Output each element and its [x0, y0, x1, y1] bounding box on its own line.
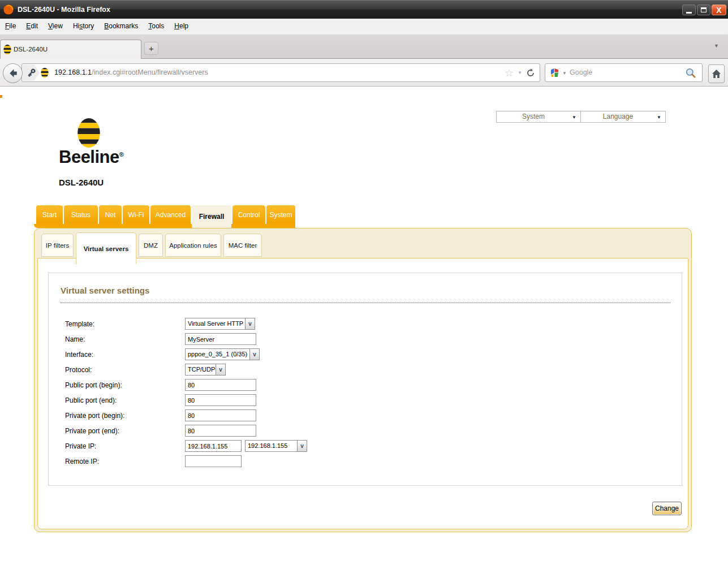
system-dropdown[interactable]: System ▼: [496, 111, 581, 123]
form-row-protocol: Protocol:TCP/UDPv: [65, 362, 307, 377]
minimize-icon: [686, 12, 692, 14]
close-button[interactable]: X: [712, 5, 726, 15]
search-placeholder: Google: [570, 64, 592, 81]
form-label-private-port-begin: Private port (begin):: [65, 412, 185, 420]
window-titlebar: DSL-2640U - Mozilla Firefox X: [0, 0, 728, 19]
home-icon: [712, 69, 721, 79]
private-port-end-input[interactable]: [185, 425, 256, 437]
sub-tab-virtual-servers[interactable]: Virtual servers: [76, 232, 136, 264]
restore-icon: [701, 7, 707, 12]
private-port-begin-input[interactable]: [185, 409, 256, 421]
url-text: 192.168.1.1/index.cgi#rootMenu/firewall/…: [54, 64, 208, 81]
main-tab-firewall[interactable]: Firewall: [192, 205, 231, 228]
private-ip-input[interactable]: [185, 440, 242, 452]
language-dropdown[interactable]: Language ▼: [581, 111, 666, 123]
menu-help[interactable]: Help: [169, 19, 193, 34]
form-row-name: Name:: [65, 331, 307, 347]
new-tab-button[interactable]: +: [144, 42, 158, 55]
sub-tab-ip-filters[interactable]: IP filters: [41, 234, 74, 257]
form-label-protocol: Protocol:: [65, 366, 185, 374]
main-tab-wi-fi[interactable]: Wi-Fi: [123, 205, 149, 224]
menu-history[interactable]: History: [68, 19, 99, 34]
menu-view[interactable]: View: [43, 19, 68, 34]
sub-tab-application-rules[interactable]: Application rules: [165, 234, 221, 257]
window-title: DSL-2640U - Mozilla Firefox: [18, 1, 110, 19]
back-button[interactable]: [3, 63, 23, 83]
form-rows: Template:Virtual Server HTTPvName:Interf…: [65, 316, 307, 469]
form-label-remote-ip: Remote IP:: [65, 458, 185, 465]
home-button[interactable]: [708, 64, 725, 83]
reload-icon[interactable]: [526, 68, 535, 77]
browser-tab[interactable]: DSL-2640U: [0, 40, 141, 59]
change-button[interactable]: Change: [652, 502, 682, 515]
back-arrow-icon: [7, 67, 19, 79]
form-label-private-ip: Private IP:: [65, 442, 185, 450]
form-row-public-port-end: Public port (end):: [65, 393, 307, 408]
search-magnifier-icon[interactable]: [685, 67, 696, 79]
settings-panel: IP filtersVirtual serversDMZApplication …: [34, 228, 692, 532]
interface-select[interactable]: pppoe_0_35_1 (0/35)v: [185, 348, 260, 360]
public-port-end-input[interactable]: [185, 394, 256, 406]
beeline-favicon: [3, 44, 11, 55]
form-label-private-port-end: Private port (end):: [65, 427, 185, 435]
form-row-private-port-begin: Private port (begin):: [65, 408, 307, 423]
select-arrow-icon: v: [297, 441, 307, 451]
sub-tab-dmz[interactable]: DMZ: [139, 234, 163, 257]
url-dropdown-icon[interactable]: ▼: [518, 70, 522, 75]
main-tab-advanced[interactable]: Advanced: [150, 205, 191, 224]
main-tab-net[interactable]: Net: [99, 205, 122, 224]
form-row-template: Template:Virtual Server HTTPv: [65, 316, 307, 331]
left-edge-mark: [0, 95, 2, 98]
form-label-interface: Interface:: [65, 351, 185, 359]
section-divider: [61, 303, 670, 303]
select-arrow-icon: v: [245, 318, 255, 329]
site-identity-chip[interactable]: [23, 64, 40, 81]
beeline-logo: [77, 118, 101, 148]
google-logo-icon[interactable]: [550, 68, 559, 77]
form-label-name: Name:: [65, 335, 185, 343]
chevron-down-icon: ▼: [657, 115, 661, 120]
protocol-select[interactable]: TCP/UDPv: [185, 364, 226, 376]
form-row-remote-ip: Remote IP:: [65, 454, 307, 469]
virtual-server-form: Virtual server settings Template:Virtual…: [48, 273, 682, 486]
list-tabs-arrow-icon[interactable]: ▼: [714, 43, 719, 49]
select-arrow-icon: v: [216, 364, 225, 375]
minimize-button[interactable]: [682, 5, 696, 15]
form-label-public-port-end: Public port (end):: [65, 396, 185, 404]
public-port-begin-input[interactable]: [185, 379, 256, 391]
bookmark-star-icon[interactable]: ☆: [505, 67, 514, 79]
private-ip-select[interactable]: 192.168.1.155v: [245, 440, 307, 452]
main-tab-start[interactable]: Start: [36, 205, 63, 224]
page-content: System ▼ Language ▼ Beeline® DSL-2640U S…: [0, 87, 728, 565]
template-select[interactable]: Virtual Server HTTPv: [185, 318, 255, 330]
section-title: Virtual server settings: [61, 286, 149, 295]
device-model: DSL-2640U: [59, 178, 104, 187]
search-engine-dropdown-icon[interactable]: ▼: [562, 71, 567, 76]
brand-wordmark: Beeline®: [59, 147, 123, 167]
search-bar[interactable]: ▼ Google: [545, 63, 703, 82]
menu-bar: FileEditViewHistoryBookmarksToolsHelp: [0, 19, 728, 34]
main-tab-system[interactable]: System: [266, 205, 295, 224]
form-row-private-ip: Private IP:192.168.1.155v: [65, 438, 307, 454]
menu-tools[interactable]: Tools: [143, 19, 169, 34]
key-icon: [26, 68, 36, 78]
menu-edit[interactable]: Edit: [21, 19, 43, 34]
restore-button[interactable]: [697, 5, 710, 15]
url-bar[interactable]: 192.168.1.1/index.cgi#rootMenu/firewall/…: [21, 63, 540, 82]
main-tab-control[interactable]: Control: [232, 205, 265, 224]
tab-strip: DSL-2640U + ▼: [0, 34, 728, 58]
menu-file[interactable]: File: [0, 19, 21, 34]
firefox-icon: [3, 4, 14, 15]
main-tab-bar: StartStatusNetWi-FiAdvancedFirewallContr…: [36, 205, 295, 228]
form-label-public-port-begin: Public port (begin):: [65, 381, 185, 389]
tab-title: DSL-2640U: [14, 40, 48, 58]
main-tab-status[interactable]: Status: [64, 205, 98, 224]
name-input[interactable]: [185, 333, 256, 345]
header-selects: System ▼ Language ▼: [496, 111, 666, 123]
sub-tab-mac-filter[interactable]: MAC filter: [223, 234, 262, 257]
menu-bookmarks[interactable]: Bookmarks: [99, 19, 143, 34]
remote-ip-input[interactable]: [185, 455, 242, 467]
panel-inner: Virtual server settings Template:Virtual…: [37, 258, 688, 529]
form-row-public-port-begin: Public port (begin):: [65, 377, 307, 393]
chevron-down-icon: ▼: [572, 115, 576, 120]
